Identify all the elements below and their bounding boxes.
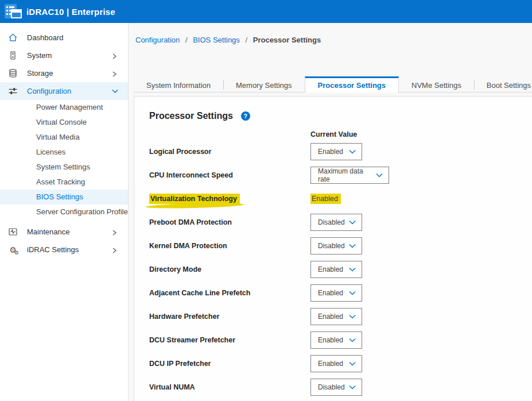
logical-processor-dropdown[interactable]: Enabled xyxy=(310,143,362,160)
virtualization-technology-value: Enabled xyxy=(310,195,341,203)
dcu-ip-prefetcher-dropdown[interactable]: Enabled xyxy=(310,355,362,372)
sidebar-subitem-bios-settings[interactable]: BIOS Settings xyxy=(0,190,128,205)
bios-settings-tabs: System Information Memory Settings Proce… xyxy=(134,76,532,92)
processor-settings-panel: Processor Settings ? Current Value Logic… xyxy=(134,96,532,401)
dropdown-value: Disabled xyxy=(318,383,345,391)
help-icon[interactable]: ? xyxy=(241,111,250,121)
preboot-dma-protection-dropdown[interactable]: Disabled xyxy=(310,214,362,231)
setting-row: CPU Interconnect Speed Maximum data rate xyxy=(149,167,532,184)
setting-label: Kernel DMA Protection xyxy=(149,242,310,250)
setting-row: DCU Streamer Prefetcher Enabled xyxy=(149,331,532,349)
chevron-right-icon xyxy=(112,248,118,252)
chevron-down-icon xyxy=(349,338,356,342)
sidebar-item-storage[interactable]: Storage xyxy=(0,64,128,82)
page-title-row: Processor Settings ? xyxy=(149,111,532,121)
setting-row: Directory Mode Enabled xyxy=(149,261,532,278)
chevron-down-icon xyxy=(349,244,356,248)
tab-processor-settings[interactable]: Processor Settings xyxy=(305,76,399,92)
sliders-icon xyxy=(8,86,18,96)
sidebar-item-label: Storage xyxy=(27,69,112,78)
chevron-right-icon xyxy=(112,230,118,234)
breadcrumb-current: Processor Settings xyxy=(253,36,321,44)
chevron-down-icon xyxy=(349,220,356,225)
app-title: iDRAC10 | Enterprise xyxy=(26,7,115,17)
tab-system-information[interactable]: System Information xyxy=(134,78,223,92)
setting-label: DCU IP Prefetcher xyxy=(149,360,310,368)
chevron-down-icon xyxy=(349,385,356,390)
setting-row: Preboot DMA Protection Disabled xyxy=(149,214,532,231)
main-content: Configuration / BIOS Settings / Processo… xyxy=(129,23,532,401)
page-title: Processor Settings xyxy=(149,111,233,121)
sidebar-subitem-asset-tracking[interactable]: Asset Tracking xyxy=(0,175,128,190)
setting-row: DCU IP Prefetcher Enabled xyxy=(149,355,532,372)
sidebar-subitem-virtual-media[interactable]: Virtual Media xyxy=(0,130,128,145)
dropdown-value: Disabled xyxy=(318,218,345,226)
sidebar-item-idrac-settings[interactable]: ⚙⚙ iDRAC Settings xyxy=(0,241,128,259)
dropdown-value: Maximum data rate xyxy=(318,167,376,183)
setting-label: Virtual NUMA xyxy=(149,383,310,391)
setting-row: Kernel DMA Protection Disabled xyxy=(149,237,532,255)
dropdown-value: Disabled xyxy=(318,242,345,250)
server-icon xyxy=(8,51,18,60)
setting-row-virtualization-technology: Virtualization Technology Enabled xyxy=(149,190,532,207)
current-value-column-header: Current Value xyxy=(310,130,532,139)
setting-row: Hardware Prefetcher Enabled xyxy=(149,308,532,325)
setting-row: Virtual NUMA Disabled xyxy=(149,379,532,396)
yellow-highlight-annotation: Virtualization Technology xyxy=(149,194,240,204)
sidebar-subitem-server-configuration-profile[interactable]: Server Configuration Profile xyxy=(0,205,128,219)
sidebar-nav: Dashboard System Storage xyxy=(0,23,129,401)
sidebar-subitem-system-settings[interactable]: System Settings xyxy=(0,160,128,175)
sidebar-item-configuration[interactable]: Configuration xyxy=(0,82,128,100)
chevron-down-icon xyxy=(349,361,356,366)
sidebar-item-label: iDRAC Settings xyxy=(27,245,112,254)
dropdown-value: Enabled xyxy=(318,265,343,273)
setting-label: Preboot DMA Protection xyxy=(149,218,310,226)
virtual-numa-dropdown[interactable]: Disabled xyxy=(310,379,362,396)
chevron-down-icon xyxy=(349,291,356,295)
dcu-streamer-prefetcher-dropdown[interactable]: Enabled xyxy=(310,331,362,349)
sidebar-item-system[interactable]: System xyxy=(0,47,128,64)
breadcrumb-separator: / xyxy=(185,36,188,44)
idrac-logo-icon xyxy=(5,3,22,20)
setting-label: DCU Streamer Prefetcher xyxy=(149,336,310,344)
chevron-down-icon xyxy=(112,89,118,94)
chevron-down-icon xyxy=(349,314,356,319)
sidebar-subitem-power-management[interactable]: Power Management xyxy=(0,100,128,115)
setting-label: Hardware Prefetcher xyxy=(149,313,310,321)
setting-label: Directory Mode xyxy=(149,265,310,273)
sidebar-subitem-virtual-console[interactable]: Virtual Console xyxy=(0,115,128,130)
tab-nvme-settings[interactable]: NVMe Settings xyxy=(399,78,474,92)
setting-row: Adjacent Cache Line Prefetch Enabled xyxy=(149,284,532,302)
dropdown-value: Enabled xyxy=(318,289,343,297)
app-header: iDRAC10 | Enterprise xyxy=(0,0,532,23)
sidebar-item-label: System xyxy=(27,51,112,60)
setting-row: Logical Processor Enabled xyxy=(149,143,532,160)
setting-label: CPU Interconnect Speed xyxy=(149,171,310,179)
sidebar-item-label: Maintenance xyxy=(27,228,112,236)
breadcrumb-link-bios-settings[interactable]: BIOS Settings xyxy=(193,36,240,44)
tab-boot-settings[interactable]: Boot Settings xyxy=(474,78,532,92)
chevron-down-icon xyxy=(376,173,383,178)
sidebar-item-label: Dashboard xyxy=(27,33,120,42)
sidebar-item-dashboard[interactable]: Dashboard xyxy=(0,29,128,47)
gears-icon: ⚙⚙ xyxy=(8,245,18,255)
hardware-prefetcher-dropdown[interactable]: Enabled xyxy=(310,308,362,325)
chevron-down-icon xyxy=(349,267,356,272)
chevron-right-icon xyxy=(112,71,118,76)
sidebar-item-label: Configuration xyxy=(27,87,112,95)
tab-memory-settings[interactable]: Memory Settings xyxy=(223,78,305,92)
pulse-chart-icon xyxy=(8,227,18,237)
dropdown-value: Enabled xyxy=(318,148,343,156)
sidebar-item-maintenance[interactable]: Maintenance xyxy=(0,223,128,241)
setting-label: Adjacent Cache Line Prefetch xyxy=(149,289,310,297)
adjacent-cache-line-prefetch-dropdown[interactable]: Enabled xyxy=(310,284,362,302)
kernel-dma-protection-dropdown[interactable]: Disabled xyxy=(310,237,362,255)
home-icon xyxy=(8,33,18,43)
breadcrumb: Configuration / BIOS Settings / Processo… xyxy=(129,23,532,44)
directory-mode-dropdown[interactable]: Enabled xyxy=(310,261,362,278)
yellow-highlight-annotation: Enabled xyxy=(310,194,341,204)
configuration-submenu: Power Management Virtual Console Virtual… xyxy=(0,100,128,219)
breadcrumb-link-configuration[interactable]: Configuration xyxy=(135,36,180,44)
sidebar-subitem-licenses[interactable]: Licenses xyxy=(0,145,128,160)
cpu-interconnect-speed-dropdown[interactable]: Maximum data rate xyxy=(310,167,389,184)
